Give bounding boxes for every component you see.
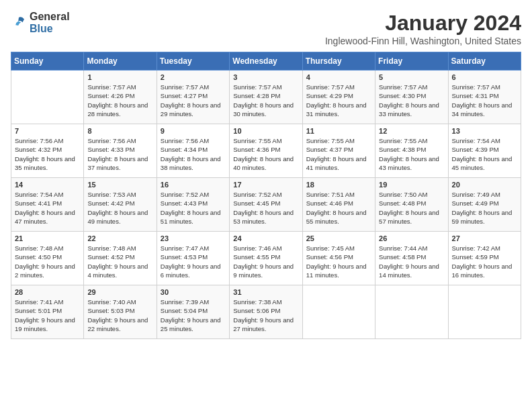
day-number: 18 <box>306 181 371 189</box>
calendar-cell <box>11 71 84 124</box>
calendar-cell <box>302 285 375 339</box>
day-info: Sunrise: 7:42 AM Sunset: 4:59 PM Dayligh… <box>452 244 517 279</box>
calendar-cell: 20 Sunrise: 7:49 AM Sunset: 4:49 PM Dayl… <box>448 178 521 232</box>
calendar-cell: 30 Sunrise: 7:39 AM Sunset: 5:04 PM Dayl… <box>157 285 229 339</box>
day-info: Sunrise: 7:57 AM Sunset: 4:31 PM Dayligh… <box>452 83 517 118</box>
week-row-4: 28 Sunrise: 7:41 AM Sunset: 5:01 PM Dayl… <box>11 285 521 339</box>
day-number: 14 <box>15 181 80 189</box>
location: Inglewood-Finn Hill, Washington, United … <box>325 36 521 46</box>
calendar-cell: 28 Sunrise: 7:41 AM Sunset: 5:01 PM Dayl… <box>11 285 84 339</box>
calendar-cell: 13 Sunrise: 7:54 AM Sunset: 4:39 PM Dayl… <box>448 124 521 178</box>
calendar-cell: 9 Sunrise: 7:56 AM Sunset: 4:34 PM Dayli… <box>157 124 229 178</box>
calendar-cell: 4 Sunrise: 7:57 AM Sunset: 4:29 PM Dayli… <box>302 71 375 124</box>
week-row-2: 14 Sunrise: 7:54 AM Sunset: 4:41 PM Dayl… <box>11 178 521 232</box>
calendar-cell: 22 Sunrise: 7:48 AM Sunset: 4:52 PM Dayl… <box>84 232 157 285</box>
day-info: Sunrise: 7:48 AM Sunset: 4:52 PM Dayligh… <box>87 244 152 279</box>
day-info: Sunrise: 7:56 AM Sunset: 4:34 PM Dayligh… <box>161 136 226 172</box>
day-info: Sunrise: 7:52 AM Sunset: 4:45 PM Dayligh… <box>233 190 298 226</box>
day-number: 8 <box>87 127 152 135</box>
calendar-cell: 16 Sunrise: 7:52 AM Sunset: 4:43 PM Dayl… <box>157 178 229 232</box>
day-number: 27 <box>452 234 517 242</box>
day-info: Sunrise: 7:52 AM Sunset: 4:43 PM Dayligh… <box>161 190 226 226</box>
day-info: Sunrise: 7:57 AM Sunset: 4:27 PM Dayligh… <box>161 83 226 118</box>
page-header: General Blue January 2024 Inglewood-Finn… <box>11 11 521 46</box>
logo-text: General Blue <box>30 11 70 34</box>
day-header-friday: Friday <box>375 52 448 71</box>
day-number: 2 <box>161 73 226 81</box>
day-info: Sunrise: 7:56 AM Sunset: 4:33 PM Dayligh… <box>87 136 152 172</box>
day-number: 15 <box>87 181 152 189</box>
day-number: 12 <box>379 127 444 135</box>
logo-icon <box>11 15 27 31</box>
day-info: Sunrise: 7:54 AM Sunset: 4:41 PM Dayligh… <box>15 190 80 226</box>
day-info: Sunrise: 7:47 AM Sunset: 4:53 PM Dayligh… <box>161 244 226 279</box>
calendar-cell: 14 Sunrise: 7:54 AM Sunset: 4:41 PM Dayl… <box>11 178 84 232</box>
calendar-cell <box>375 285 448 339</box>
calendar-body: 1 Sunrise: 7:57 AM Sunset: 4:26 PM Dayli… <box>11 71 521 339</box>
week-row-1: 7 Sunrise: 7:56 AM Sunset: 4:32 PM Dayli… <box>11 124 521 178</box>
day-number: 30 <box>161 288 226 296</box>
day-header-wednesday: Wednesday <box>230 52 302 71</box>
day-info: Sunrise: 7:50 AM Sunset: 4:48 PM Dayligh… <box>379 190 444 226</box>
day-number: 21 <box>15 234 80 242</box>
day-header-monday: Monday <box>84 52 157 71</box>
day-number: 4 <box>306 73 371 81</box>
calendar-cell: 18 Sunrise: 7:51 AM Sunset: 4:46 PM Dayl… <box>302 178 375 232</box>
day-header-thursday: Thursday <box>302 52 375 71</box>
day-number: 31 <box>233 288 298 296</box>
calendar-cell: 7 Sunrise: 7:56 AM Sunset: 4:32 PM Dayli… <box>11 124 84 178</box>
day-number: 16 <box>161 181 226 189</box>
day-info: Sunrise: 7:45 AM Sunset: 4:56 PM Dayligh… <box>306 244 371 279</box>
calendar-header: SundayMondayTuesdayWednesdayThursdayFrid… <box>11 52 521 71</box>
calendar-cell: 8 Sunrise: 7:56 AM Sunset: 4:33 PM Dayli… <box>84 124 157 178</box>
day-number: 23 <box>161 234 226 242</box>
day-number: 11 <box>306 127 371 135</box>
day-info: Sunrise: 7:57 AM Sunset: 4:26 PM Dayligh… <box>87 83 152 118</box>
day-number: 13 <box>452 127 517 135</box>
day-number: 29 <box>87 288 152 296</box>
day-number: 5 <box>379 73 444 81</box>
day-info: Sunrise: 7:49 AM Sunset: 4:49 PM Dayligh… <box>452 190 517 226</box>
day-info: Sunrise: 7:51 AM Sunset: 4:46 PM Dayligh… <box>306 190 371 226</box>
day-info: Sunrise: 7:48 AM Sunset: 4:50 PM Dayligh… <box>15 244 80 279</box>
calendar-cell: 2 Sunrise: 7:57 AM Sunset: 4:27 PM Dayli… <box>157 71 229 124</box>
day-info: Sunrise: 7:57 AM Sunset: 4:30 PM Dayligh… <box>379 83 444 118</box>
day-info: Sunrise: 7:57 AM Sunset: 4:29 PM Dayligh… <box>306 83 371 118</box>
calendar-cell: 25 Sunrise: 7:45 AM Sunset: 4:56 PM Dayl… <box>302 232 375 285</box>
calendar-cell: 31 Sunrise: 7:38 AM Sunset: 5:06 PM Dayl… <box>230 285 302 339</box>
calendar-cell: 26 Sunrise: 7:44 AM Sunset: 4:58 PM Dayl… <box>375 232 448 285</box>
day-info: Sunrise: 7:54 AM Sunset: 4:39 PM Dayligh… <box>452 136 517 172</box>
day-header-sunday: Sunday <box>11 52 84 71</box>
day-info: Sunrise: 7:46 AM Sunset: 4:55 PM Dayligh… <box>233 244 298 279</box>
day-info: Sunrise: 7:41 AM Sunset: 5:01 PM Dayligh… <box>15 298 80 333</box>
calendar-cell: 21 Sunrise: 7:48 AM Sunset: 4:50 PM Dayl… <box>11 232 84 285</box>
calendar-cell: 3 Sunrise: 7:57 AM Sunset: 4:28 PM Dayli… <box>230 71 302 124</box>
calendar-cell: 27 Sunrise: 7:42 AM Sunset: 4:59 PM Dayl… <box>448 232 521 285</box>
day-info: Sunrise: 7:57 AM Sunset: 4:28 PM Dayligh… <box>233 83 298 118</box>
day-number: 6 <box>452 73 517 81</box>
day-number: 24 <box>233 234 298 242</box>
calendar-cell: 23 Sunrise: 7:47 AM Sunset: 4:53 PM Dayl… <box>157 232 229 285</box>
day-info: Sunrise: 7:53 AM Sunset: 4:42 PM Dayligh… <box>87 190 152 226</box>
day-info: Sunrise: 7:44 AM Sunset: 4:58 PM Dayligh… <box>379 244 444 279</box>
calendar-cell: 29 Sunrise: 7:40 AM Sunset: 5:03 PM Dayl… <box>84 285 157 339</box>
day-header-saturday: Saturday <box>448 52 521 71</box>
day-number: 9 <box>161 127 226 135</box>
month-title: January 2024 <box>325 11 521 36</box>
logo: General Blue <box>11 11 70 34</box>
week-row-3: 21 Sunrise: 7:48 AM Sunset: 4:50 PM Dayl… <box>11 232 521 285</box>
calendar-table: SundayMondayTuesdayWednesdayThursdayFrid… <box>11 52 521 339</box>
day-number: 1 <box>87 73 152 81</box>
title-block: January 2024 Inglewood-Finn Hill, Washin… <box>325 11 521 46</box>
day-number: 25 <box>306 234 371 242</box>
day-number: 10 <box>233 127 298 135</box>
day-number: 28 <box>15 288 80 296</box>
day-info: Sunrise: 7:40 AM Sunset: 5:03 PM Dayligh… <box>87 298 152 333</box>
header-row: SundayMondayTuesdayWednesdayThursdayFrid… <box>11 52 521 71</box>
day-number: 20 <box>452 181 517 189</box>
day-number: 7 <box>15 127 80 135</box>
day-info: Sunrise: 7:55 AM Sunset: 4:36 PM Dayligh… <box>233 136 298 172</box>
day-info: Sunrise: 7:55 AM Sunset: 4:37 PM Dayligh… <box>306 136 371 172</box>
logo-general: General <box>30 11 70 23</box>
calendar-cell: 11 Sunrise: 7:55 AM Sunset: 4:37 PM Dayl… <box>302 124 375 178</box>
